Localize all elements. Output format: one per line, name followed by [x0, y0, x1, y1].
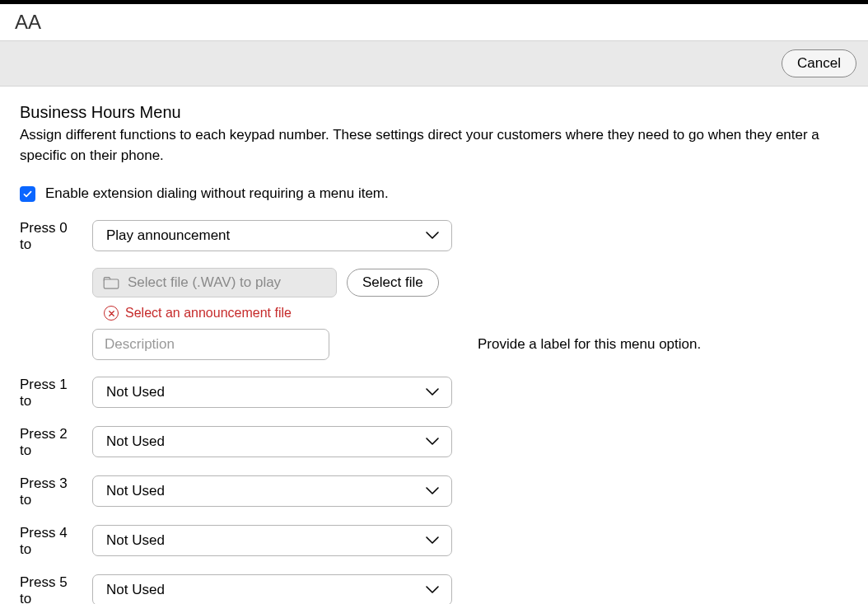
chevron-down-icon — [425, 582, 440, 598]
chevron-down-icon — [425, 532, 440, 549]
press-4-row: Press 4 to Not Used — [20, 523, 848, 558]
file-display: Select file (.WAV) to play — [92, 268, 337, 297]
error-row: Select an announcement file — [104, 306, 848, 321]
folder-icon — [103, 276, 119, 289]
press-1-value: Not Used — [106, 384, 165, 400]
page-title: AA — [15, 11, 853, 34]
press-0-select[interactable]: Play announcement — [92, 220, 452, 251]
chevron-down-icon — [425, 384, 440, 400]
enable-extension-label: Enable extension dialing without requiri… — [45, 185, 389, 202]
press-0-label: Press 0 to — [20, 218, 82, 253]
press-2-select[interactable]: Not Used — [92, 426, 452, 457]
press-4-select[interactable]: Not Used — [92, 525, 452, 556]
svg-rect-0 — [104, 279, 119, 288]
chevron-down-icon — [425, 483, 440, 499]
description-hint: Provide a label for this menu option. — [478, 336, 701, 353]
error-text: Select an announcement file — [125, 306, 292, 321]
file-placeholder: Select file (.WAV) to play — [128, 274, 281, 291]
press-4-label: Press 4 to — [20, 523, 82, 558]
press-5-value: Not Used — [106, 582, 165, 598]
press-0-value: Play announcement — [106, 227, 230, 244]
actionbar: Cancel — [0, 40, 868, 87]
press-3-row: Press 3 to Not Used — [20, 474, 848, 508]
press-3-label: Press 3 to — [20, 474, 82, 508]
press-2-value: Not Used — [106, 433, 165, 450]
file-row: Select file (.WAV) to play Select file — [92, 268, 848, 297]
press-5-select[interactable]: Not Used — [92, 574, 452, 604]
press-2-label: Press 2 to — [20, 424, 82, 459]
content: Business Hours Menu Assign different fun… — [0, 87, 868, 604]
press-2-row: Press 2 to Not Used — [20, 424, 848, 459]
error-icon — [104, 306, 119, 321]
chevron-down-icon — [425, 433, 440, 450]
press-1-select[interactable]: Not Used — [92, 377, 452, 408]
press-3-select[interactable]: Not Used — [92, 475, 452, 507]
select-file-button[interactable]: Select file — [347, 269, 439, 297]
section-title: Business Hours Menu — [20, 103, 848, 122]
chevron-down-icon — [425, 227, 440, 244]
press-1-row: Press 1 to Not Used — [20, 375, 848, 410]
check-icon — [22, 189, 33, 199]
description-input[interactable] — [92, 329, 329, 360]
topbar: AA — [0, 0, 868, 40]
enable-extension-row: Enable extension dialing without requiri… — [20, 185, 848, 202]
press-3-value: Not Used — [106, 483, 165, 499]
press-1-label: Press 1 to — [20, 375, 82, 410]
section-description: Assign different functions to each keypa… — [20, 125, 848, 166]
press-4-value: Not Used — [106, 532, 165, 549]
press-5-row: Press 5 to Not Used — [20, 573, 848, 604]
press-5-label: Press 5 to — [20, 573, 82, 604]
enable-extension-checkbox[interactable] — [20, 186, 35, 202]
cancel-button[interactable]: Cancel — [782, 49, 856, 77]
press-0-row: Press 0 to Play announcement — [20, 218, 848, 253]
press-0-subblock: Select file (.WAV) to play Select file S… — [92, 268, 848, 360]
description-row: Provide a label for this menu option. — [92, 329, 848, 360]
